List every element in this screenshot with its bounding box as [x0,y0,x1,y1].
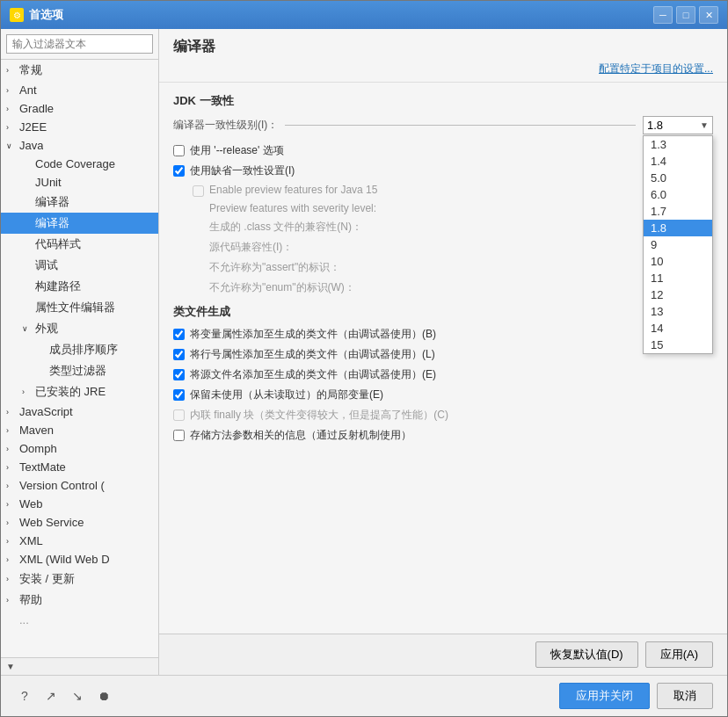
store-method-params-row: 存储方法参数相关的信息（通过反射机制使用） [173,428,713,443]
sidebar-item-props-editor[interactable]: 属性文件编辑器 [1,297,158,318]
dialog-body: › 常规 › Ant › Gradle › J2EE [1,29,727,675]
inline-finally-label: 内联 finally 块（类文件变得较大，但是提高了性能）(C) [190,408,448,423]
version-option-1-4[interactable]: 1.4 [644,153,712,170]
add-line-attr-label[interactable]: 将行号属性添加至生成的类文件（由调试器使用）(L) [190,347,435,362]
sidebar-item-maven[interactable]: › Maven [1,421,158,439]
sidebar-item-installed-jre[interactable]: › 已安装的 JRE [1,381,158,402]
preferences-icon: ⚙ [10,8,24,22]
sidebar-item-textmate[interactable]: › TextMate [1,458,158,476]
add-source-attr-checkbox[interactable] [173,369,185,380]
sidebar-item-normal[interactable]: › 常规 [1,60,158,81]
sidebar-item-member-sort[interactable]: 成员排序顺序 [1,339,158,360]
sidebar-item-install-update[interactable]: › 安装 / 更新 [1,569,158,590]
use-default-checkbox[interactable] [173,165,185,177]
cancel-button[interactable]: 取消 [657,683,713,709]
apply-button[interactable]: 应用(A) [645,641,713,668]
preserve-unused-label[interactable]: 保留未使用（从未读取过）的局部变量(E) [190,387,383,402]
sidebar-item-debug[interactable]: 调试 [1,255,158,276]
version-option-6-0[interactable]: 6.0 [644,186,712,203]
footer-left: ? ↗ ↘ ⏺ [15,686,113,706]
preserve-unused-checkbox[interactable] [173,389,185,401]
sidebar-item-help[interactable]: › 帮助 [1,590,158,611]
arrow-icon: › [6,123,17,132]
enable-preview-checkbox[interactable] [193,185,204,197]
sidebar-item-label: Code Coverage [35,157,115,170]
version-dropdown-wrapper[interactable]: 1.8 ▼ 1.3 1.4 5.0 6.0 1.7 1.8 9 10 [643,116,713,134]
sidebar-item-external[interactable]: ∨ 外观 [1,318,158,339]
version-option-9[interactable]: 9 [644,236,712,253]
tree-container[interactable]: › 常规 › Ant › Gradle › J2EE [1,60,158,657]
version-option-1-7[interactable]: 1.7 [644,203,712,220]
add-variable-attr-checkbox[interactable] [173,329,185,340]
sidebar-item-web[interactable]: › Web [1,495,158,513]
minimize-button[interactable]: ─ [653,6,673,24]
record-icon[interactable]: ⏺ [94,686,113,706]
sidebar-item-junit[interactable]: JUnit [1,173,158,192]
version-option-14[interactable]: 14 [644,320,712,337]
use-release-row: 使用 '--release' 选项 [173,143,713,158]
add-variable-attr-label[interactable]: 将变量属性添加至生成的类文件（由调试器使用）(B) [190,327,436,342]
store-method-params-checkbox[interactable] [173,430,185,441]
add-line-attr-row: 将行号属性添加至生成的类文件（由调试器使用）(L) [173,347,713,362]
apply-close-button[interactable]: 应用并关闭 [559,683,650,709]
version-option-5-0[interactable]: 5.0 [644,170,712,186]
arrow-icon: › [6,555,17,564]
add-line-attr-checkbox[interactable] [173,349,185,360]
arrow-icon: › [6,408,17,416]
sidebar-item-code-coverage[interactable]: Code Coverage [1,155,158,173]
sidebar-item-label: 编译器 [35,194,69,210]
sidebar-item-label: J2EE [19,120,47,134]
import-icon[interactable]: ↘ [68,686,87,706]
sidebar-item-code-style[interactable]: 代码样式 [1,234,158,255]
export-icon[interactable]: ↗ [41,686,61,706]
version-option-15[interactable]: 15 [644,337,712,353]
sidebar-item-label: 已安装的 JRE [35,384,106,400]
version-option-11[interactable]: 11 [644,270,712,286]
sidebar-scroll-down[interactable]: ▼ [1,657,158,675]
sidebar-item-version-control[interactable]: › Version Control ( [1,476,158,495]
filter-input[interactable] [6,34,153,54]
help-icon[interactable]: ? [15,686,34,706]
version-option-10[interactable]: 10 [644,253,712,270]
use-release-checkbox[interactable] [173,145,185,156]
sidebar-item-label: Oomph [19,442,57,455]
arrow-icon: › [6,86,17,95]
add-source-attr-label[interactable]: 将源文件名添加至生成的类文件（由调试器使用）(E) [190,367,436,382]
sidebar-item-bytecode-editor[interactable]: 编译器 [1,213,158,234]
content-body: JDK 一致性 编译器一致性级别(I)： 1.8 ▼ 1.3 1.4 [159,83,727,634]
sidebar-item-java[interactable]: ∨ Java [1,136,158,155]
sidebar-item-xml[interactable]: › XML [1,532,158,550]
dialog-title: 首选项 [29,7,63,23]
sidebar-item-xml-wildweb[interactable]: › XML (Wild Web D [1,550,158,569]
use-release-label[interactable]: 使用 '--release' 选项 [190,143,284,158]
sidebar-item-build-path[interactable]: 构建路径 [1,276,158,297]
add-variable-attr-row: 将变量属性添加至生成的类文件（由调试器使用）(B) [173,327,713,342]
sidebar-item-gradle[interactable]: › Gradle [1,99,158,118]
restore-default-button[interactable]: 恢复默认值(D) [535,641,638,668]
sidebar-item-javascript[interactable]: › JavaScript [1,402,158,421]
sidebar-item-compiler[interactable]: 编译器 [1,192,158,213]
sidebar-item-web-service[interactable]: › Web Service [1,513,158,532]
inline-finally-checkbox[interactable] [173,409,185,421]
arrow-icon: ∨ [22,324,33,333]
sidebar-item-j2ee[interactable]: › J2EE [1,118,158,136]
version-option-1-3[interactable]: 1.3 [644,136,712,153]
version-dropdown[interactable]: 1.8 ▼ [643,116,713,134]
store-method-params-label[interactable]: 存储方法参数相关的信息（通过反射机制使用） [190,428,411,443]
version-option-12[interactable]: 12 [644,286,712,303]
sidebar-item-oomph[interactable]: › Oomph [1,439,158,458]
use-default-label[interactable]: 使用缺省一致性设置(I) [190,163,295,178]
config-link[interactable]: 配置特定于项目的设置... [173,62,713,76]
close-button[interactable]: ✕ [699,6,718,24]
sidebar-item-type-filter[interactable]: 类型过滤器 [1,360,158,381]
preserve-unused-row: 保留未使用（从未读取过）的局部变量(E) [173,387,713,402]
arrow-icon: › [22,387,33,396]
source-compat-row: 源代码兼容性(I)： [193,240,713,255]
source-compat-label: 源代码兼容性(I)： [209,240,293,255]
version-option-13[interactable]: 13 [644,303,712,320]
sidebar-item-ant[interactable]: › Ant [1,81,158,99]
sidebar-item-more[interactable]: ... [1,611,158,629]
version-option-1-8[interactable]: 1.8 [644,220,712,236]
content-area: 编译器 配置特定于项目的设置... JDK 一致性 编译器一致性级别(I)： 1… [159,29,727,675]
maximize-button[interactable]: □ [676,6,695,24]
